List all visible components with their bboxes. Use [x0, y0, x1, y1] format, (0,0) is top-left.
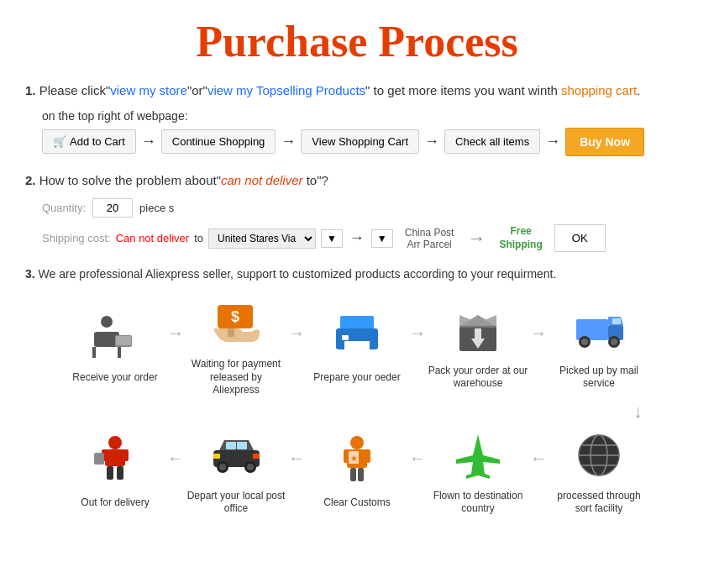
delivery-person-icon: [86, 433, 144, 491]
flow-item-delivery: Out for delivery: [65, 433, 165, 510]
flow-row-2: Out for delivery ← Depart your local: [25, 426, 689, 516]
flow-arrow-back-2: ←: [288, 449, 305, 468]
flow-item-customs: ★ Clear Customs: [307, 433, 407, 510]
quantity-label: Quantity:: [42, 202, 86, 214]
section1-text: 1. Please click"view my store"or"view my…: [25, 81, 689, 101]
payment-icon: $: [207, 294, 265, 353]
dropdown-arrow-button[interactable]: ▼: [321, 229, 343, 248]
person-icon: [86, 307, 144, 366]
cannot-deliver-highlight: can not deliver: [221, 173, 303, 187]
flow-item-box: Pack your order at our warehouse: [428, 301, 528, 391]
svg-point-39: [219, 464, 226, 470]
svg-rect-8: [228, 328, 234, 337]
svg-marker-35: [219, 440, 254, 450]
flow-arrow-1: →: [167, 323, 184, 343]
flow-label-payment: Waiting for payment released by Aliexpre…: [186, 358, 286, 397]
svg-rect-11: [344, 341, 370, 354]
svg-rect-47: [364, 449, 370, 463]
flow-arrow-2: →: [288, 323, 305, 343]
flow-item-car: Depart your local post office: [186, 426, 286, 516]
section2-title: 2. How to solve the problem about"can no…: [25, 171, 689, 191]
shipping-row: Shipping cost: Can not deliver to United…: [42, 228, 393, 249]
flow-item-globe: processed through sort facility: [549, 426, 649, 516]
arrow-3: →: [424, 133, 439, 150]
svg-rect-31: [107, 466, 113, 480]
svg-point-41: [247, 464, 254, 470]
flow-label-plane: Flown to destination country: [428, 490, 528, 516]
section-3: 3. We are professional Aliexpress seller…: [25, 267, 689, 516]
view-cart-button[interactable]: View Shopping Cart: [301, 129, 419, 154]
flow-item-truck: Picked up by mail service: [549, 301, 649, 391]
svg-rect-22: [612, 318, 621, 324]
svg-point-27: [108, 436, 122, 449]
flow-arrow-back-4: ←: [530, 449, 547, 468]
svg-rect-30: [122, 449, 129, 461]
arrow-2: →: [281, 133, 296, 150]
cannot-deliver-text: Can not deliver: [116, 232, 189, 244]
flow-label-delivery: Out for delivery: [81, 496, 149, 510]
quantity-input[interactable]: [92, 198, 133, 218]
flow-row-1: Receive your order → $ Waiting for payme…: [25, 294, 689, 397]
view-store-link[interactable]: view my store: [110, 83, 187, 97]
arrow-5: →: [349, 229, 365, 247]
flow-label-printer: Prepare your oeder: [313, 371, 400, 385]
plane-icon: [449, 426, 507, 485]
svg-rect-49: [358, 468, 364, 481]
svg-rect-42: [213, 454, 220, 459]
flow-label-box: Pack your order at our warehouse: [428, 365, 528, 391]
svg-rect-37: [237, 442, 247, 449]
flow-item-payment: $ Waiting for payment released by Aliexp…: [186, 294, 286, 397]
to-text: to: [194, 232, 203, 244]
svg-point-26: [611, 339, 617, 345]
shipping-via-select[interactable]: United Stares Via: [208, 228, 316, 249]
free-shipping-label: Free Shipping: [499, 225, 542, 251]
svg-point-0: [101, 316, 113, 328]
arrow-1: →: [141, 133, 156, 150]
flow-label-customs: Clear Customs: [323, 496, 390, 510]
cart-icon: 🛒: [53, 135, 66, 148]
flow-arrow-4: →: [530, 323, 547, 343]
svg-rect-43: [253, 454, 260, 459]
steps-row: 🛒 Add to Cart → Continue Shopping → View…: [42, 128, 689, 156]
arrow-4: →: [545, 133, 560, 150]
ok-button[interactable]: OK: [554, 224, 606, 252]
printer-icon: [328, 307, 386, 366]
quantity-unit: piece s: [139, 202, 174, 214]
box-icon: [449, 301, 507, 360]
flow-item-receive: Receive your order: [65, 307, 165, 385]
section3-title: 3. We are professional Aliexpress seller…: [25, 267, 689, 281]
svg-text:$: $: [230, 308, 239, 325]
svg-rect-32: [117, 466, 123, 480]
check-all-items-button[interactable]: Check all items: [444, 129, 540, 154]
svg-rect-48: [350, 468, 356, 481]
svg-rect-33: [94, 453, 104, 465]
buy-now-button[interactable]: Buy Now: [565, 128, 644, 156]
flow-label-car: Depart your local post office: [186, 490, 286, 516]
flow-item-plane: Flown to destination country: [428, 426, 528, 516]
car-icon: [207, 426, 265, 485]
page-title: Purchase Process: [25, 17, 689, 66]
svg-rect-36: [226, 442, 236, 449]
svg-rect-12: [342, 335, 349, 340]
shopping-cart-link[interactable]: shopping cart: [561, 83, 637, 97]
arrow-china: →: [467, 228, 486, 249]
add-to-cart-button[interactable]: 🛒 Add to Cart: [42, 129, 136, 154]
svg-rect-19: [576, 319, 608, 340]
quantity-row: Quantity: piece s: [42, 198, 689, 218]
flow-arrow-3: →: [409, 323, 426, 343]
svg-text:★: ★: [350, 454, 358, 463]
shipping-label: Shipping cost:: [42, 232, 111, 244]
flow-label-receive: Receive your order: [72, 371, 157, 385]
view-topselling-link[interactable]: view my Topselling Products: [207, 83, 365, 97]
china-post-label: China Post Arr Parcel: [405, 227, 454, 250]
svg-point-24: [581, 339, 588, 345]
flow-label-truck: Picked up by mail service: [549, 365, 649, 391]
section1-sublabel: on the top right of webpage:: [42, 109, 689, 123]
flow-label-globe: processed through sort facility: [549, 490, 649, 516]
extra-dropdown-button[interactable]: ▼: [371, 229, 393, 248]
svg-rect-3: [116, 336, 131, 345]
continue-shopping-button[interactable]: Continue Shopping: [161, 129, 276, 154]
flow-item-printer: Prepare your oeder: [307, 307, 407, 385]
flow-arrow-back-1: ←: [167, 449, 184, 468]
section-2: 2. How to solve the problem about"can no…: [25, 171, 689, 253]
